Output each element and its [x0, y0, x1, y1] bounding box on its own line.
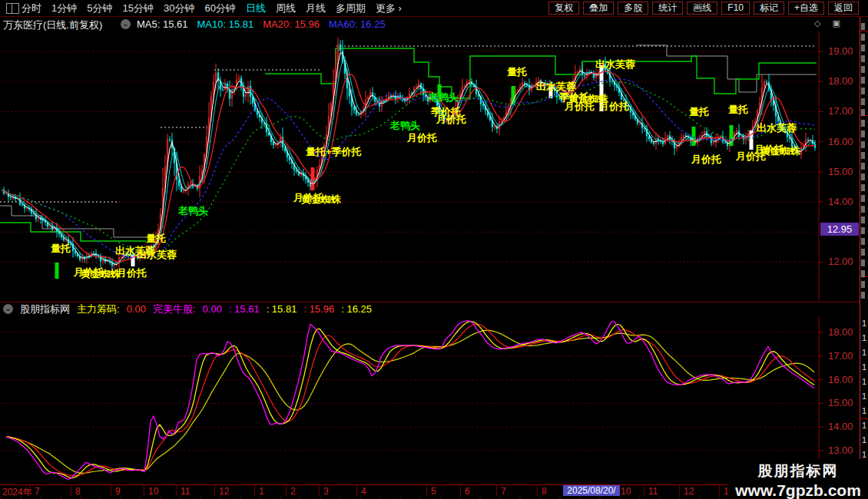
watermark: 股朋指标网 www.7gpzb.com [728, 459, 868, 499]
sidebar-glyph [861, 259, 865, 266]
sidebar-glyph [861, 227, 865, 234]
time-tick-11 [426, 485, 427, 496]
toolbar-button-5[interactable]: F10 [721, 2, 750, 15]
signal-annotation-10: 黄金蜘蛛 [300, 193, 342, 205]
menu-item-10[interactable]: 更多 › [376, 2, 402, 15]
menu-item-0[interactable]: 分时 [22, 2, 41, 15]
signal-annotation-7: 老鸭头 [177, 205, 208, 216]
signal-annotation-8: 量托+季价托 [306, 146, 362, 157]
sidebar-digit: 1 [862, 392, 866, 401]
time-label-10: 4 [361, 486, 366, 497]
menu-item-1[interactable]: 1分钟 [51, 2, 77, 15]
signal-annotation-22: 出水芙蓉 [595, 58, 635, 70]
toolbar-button-6[interactable]: 标记 [754, 2, 784, 15]
signal-annotation-21: 月价托 [598, 101, 629, 112]
indicator-header-item-2: 0.00 [127, 303, 146, 315]
layout-grid-icon[interactable] [6, 3, 19, 14]
indicator-header-item-3: 完美牛股: [153, 302, 196, 316]
toolbar-button-0[interactable]: 复权 [548, 2, 579, 15]
window-corner-icons[interactable]: ◇ ▣ [814, 18, 845, 28]
indicator-header-item-1: 主力筹码: [77, 302, 120, 316]
sidebar-glyph [861, 292, 865, 299]
time-tick-10 [356, 485, 357, 496]
menu-item-6[interactable]: 日线 [246, 2, 266, 15]
sidebar-glyph [861, 195, 865, 202]
menu-item-4[interactable]: 30分钟 [164, 2, 194, 15]
time-tick-18 [719, 485, 720, 496]
chevron-down-icon[interactable]: ⌄ [3, 304, 13, 314]
right-sidebar-strip[interactable]: 111111111111 [860, 17, 868, 499]
sidebar-digit: 1 [862, 435, 866, 444]
toolbar-button-7[interactable]: +自选 [788, 2, 824, 15]
sidebar-glyph [861, 23, 865, 30]
sidebar-digit: 1 [862, 450, 866, 459]
main-candlestick-chart[interactable]: 量托出水芙蓉出水芙蓉月价托黄金蜘蛛月价托量托老鸭头量托+季价托月价托黄金蜘蛛老鸭… [0, 31, 868, 302]
sidebar-glyph [861, 66, 865, 73]
sub-axis-label-0: 18.00 [828, 326, 853, 338]
menu-item-8[interactable]: 月线 [306, 2, 326, 15]
sidebar-glyph [861, 152, 865, 159]
sidebar-glyph [861, 216, 865, 223]
time-label-1: 7 [35, 486, 40, 497]
chevron-down-icon[interactable]: ⌄ [121, 19, 131, 29]
main-axis-label-1: 18.00 [828, 75, 853, 87]
sidebar-glyph [861, 270, 865, 277]
menu-item-3[interactable]: 15分钟 [122, 2, 153, 15]
signal-annotation-24: 量托 [728, 104, 748, 115]
menu-item-9[interactable]: 多周期 [336, 2, 366, 15]
title-bar: 万东医疗(日线.前复权) ⌄ MA5: 15.61MA10: 15.81MA20… [0, 17, 859, 31]
sub-axis-label-2: 16.00 [828, 374, 853, 385]
menu-item-2[interactable]: 5分钟 [87, 2, 112, 15]
ma-value-3: MA60: 16.25 [329, 18, 386, 30]
time-tick-17 [679, 485, 680, 496]
toolbar-button-4[interactable]: 画线 [687, 2, 717, 15]
sidebar-glyph [861, 184, 865, 191]
sidebar-glyph [861, 34, 865, 41]
time-label-8: 2 [290, 486, 296, 497]
signal-annotation-2: 出水芙蓉 [137, 249, 177, 260]
time-tick-12 [460, 485, 461, 496]
sidebar-glyph [861, 77, 865, 84]
toolbar-button-1[interactable]: 叠加 [583, 2, 614, 15]
sidebar-glyph [861, 238, 865, 245]
time-tick-9 [319, 485, 320, 496]
time-tick-3 [111, 485, 111, 496]
time-label-16: 11 [648, 486, 658, 497]
sidebar-digit: 1 [862, 362, 866, 372]
sidebar-digit: 1 [862, 406, 866, 415]
main-axis-label-7: 12.00 [828, 256, 853, 267]
time-label-5: 11 [181, 486, 190, 497]
signal-annotation-5: 月价托 [116, 267, 147, 279]
menu-item-5[interactable]: 60分钟 [204, 2, 235, 15]
time-tick-5 [176, 485, 177, 496]
main-axis-label-3: 16.00 [828, 136, 853, 147]
sidebar-digit: 1 [862, 333, 866, 342]
signal-annotation-12: 月价托 [406, 132, 437, 144]
signal-annotation-15: 月价托 [436, 114, 466, 125]
ma-value-0: MA5: 15.61 [137, 18, 188, 30]
watermark-site-name: 股朋指标网 [728, 461, 868, 481]
toolbar-button-8[interactable]: 返回 [828, 2, 859, 15]
sidebar-glyph [861, 88, 865, 94]
main-axis-label-2: 17.00 [828, 105, 853, 117]
time-label-17: 12 [684, 486, 694, 497]
sidebar-glyph [861, 281, 865, 288]
sidebar-digit: 1 [862, 319, 866, 328]
signal-annotation-20: 月价托 [564, 101, 595, 112]
signal-annotation-4: 黄金蜘蛛 [80, 268, 121, 279]
toolbar-button-2[interactable]: 多股 [618, 2, 648, 15]
top-menu-bar: 分时1分钟5分钟15分钟30分钟60分钟日线周线月线多周期更多 › 复权叠加多股… [0, 0, 868, 17]
time-label-2: 8 [75, 486, 81, 497]
sidebar-glyph [861, 173, 865, 180]
sidebar-glyph [861, 109, 865, 116]
sidebar-digit: 1 [862, 348, 866, 357]
sub-axis-label-4: 14.00 [828, 421, 853, 432]
menu-item-7[interactable]: 周线 [276, 2, 296, 15]
sidebar-glyph [861, 141, 865, 148]
app-window: 分时1分钟5分钟15分钟30分钟60分钟日线周线月线多周期更多 › 复权叠加多股… [0, 0, 868, 499]
signal-annotation-29: 黄金蜘蛛 [760, 145, 801, 157]
toolbar-button-3[interactable]: 统计 [652, 2, 683, 15]
last-price-tag: 12.95 [820, 223, 859, 236]
main-axis-label-0: 19.00 [828, 45, 853, 57]
indicator-header-item-0: 股朋指标网 [20, 302, 70, 316]
